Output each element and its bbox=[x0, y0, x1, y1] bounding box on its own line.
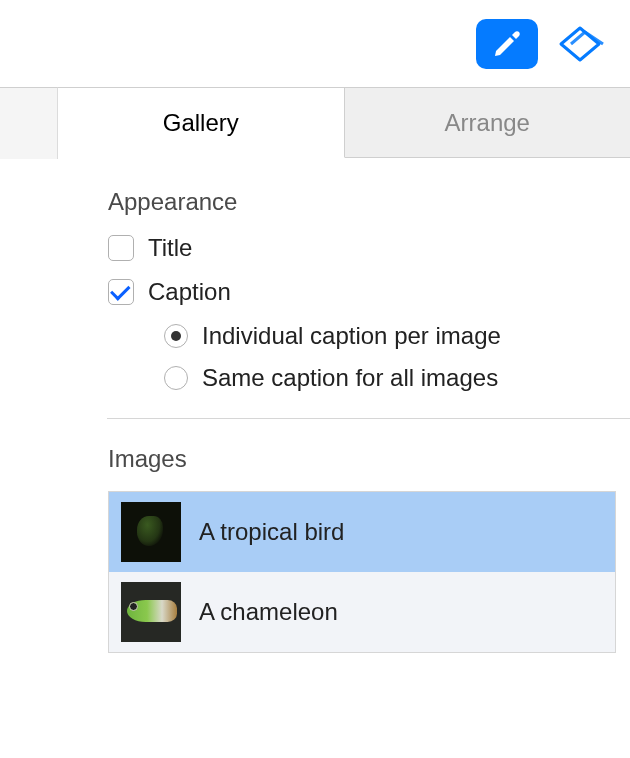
document-stack-icon bbox=[553, 22, 607, 66]
caption-checkbox[interactable] bbox=[108, 279, 134, 305]
images-heading: Images bbox=[108, 445, 630, 473]
section-divider bbox=[107, 418, 630, 419]
image-caption: A tropical bird bbox=[199, 518, 344, 546]
caption-mode-same-radio[interactable] bbox=[164, 366, 188, 390]
inspector-panel: Gallery Arrange Appearance Title Caption… bbox=[58, 87, 630, 758]
image-list-item[interactable]: A chameleon bbox=[109, 572, 615, 652]
tab-gallery[interactable]: Gallery bbox=[58, 88, 345, 158]
appearance-heading: Appearance bbox=[108, 188, 630, 216]
images-list: A tropical bird A chameleon bbox=[108, 491, 616, 653]
image-list-item[interactable]: A tropical bird bbox=[109, 492, 615, 572]
caption-mode-individual-radio[interactable] bbox=[164, 324, 188, 348]
title-checkbox[interactable] bbox=[108, 235, 134, 261]
toolbar bbox=[0, 0, 630, 87]
radio-label: Same caption for all images bbox=[202, 364, 498, 392]
radio-label: Individual caption per image bbox=[202, 322, 501, 350]
inspector-tabs: Gallery Arrange bbox=[58, 88, 630, 158]
image-thumbnail bbox=[121, 502, 181, 562]
document-edge bbox=[0, 87, 58, 159]
caption-label: Caption bbox=[148, 278, 231, 306]
tab-label: Gallery bbox=[163, 109, 239, 137]
tab-arrange[interactable]: Arrange bbox=[345, 88, 631, 158]
caption-mode-group: Individual caption per image Same captio… bbox=[164, 322, 630, 392]
brush-icon bbox=[490, 27, 524, 61]
caption-option-row: Caption bbox=[108, 278, 630, 306]
image-caption: A chameleon bbox=[199, 598, 338, 626]
caption-mode-same-row: Same caption for all images bbox=[164, 364, 630, 392]
format-button[interactable] bbox=[476, 19, 538, 69]
title-label: Title bbox=[148, 234, 192, 262]
document-button[interactable] bbox=[550, 19, 610, 69]
caption-mode-individual-row: Individual caption per image bbox=[164, 322, 630, 350]
title-option-row: Title bbox=[108, 234, 630, 262]
image-thumbnail bbox=[121, 582, 181, 642]
tab-label: Arrange bbox=[445, 109, 530, 137]
